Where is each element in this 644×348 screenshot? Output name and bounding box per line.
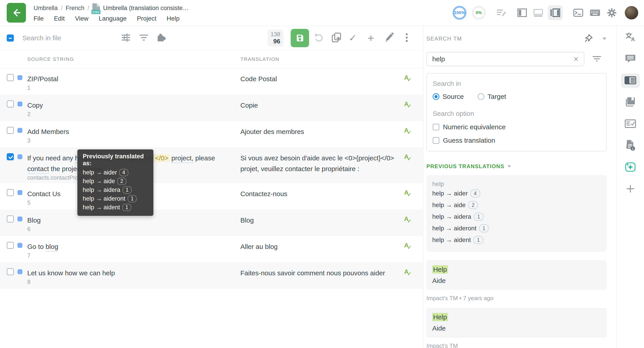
back-button[interactable] bbox=[7, 3, 26, 22]
table-row[interactable]: Let us know how we can help8Faites-nous … bbox=[0, 262, 423, 289]
search-in-file-input[interactable]: Search in file bbox=[22, 34, 61, 42]
sidebar-item-ai-assistant[interactable] bbox=[621, 160, 640, 175]
spellcheck-icon[interactable]: A✓ bbox=[404, 127, 412, 136]
spellcheck-icon[interactable]: A✓ bbox=[404, 242, 412, 250]
spellcheck-icon[interactable]: A✓ bbox=[404, 100, 412, 109]
save-button[interactable] bbox=[291, 29, 309, 47]
copy-source-icon[interactable] bbox=[331, 32, 342, 44]
concordance-item[interactable]: help → aidera1 bbox=[432, 211, 601, 222]
layout-bottom-icon[interactable] bbox=[533, 8, 544, 18]
edit-icon[interactable] bbox=[384, 32, 394, 44]
menu-view[interactable]: View bbox=[75, 15, 88, 22]
translation-string[interactable]: Si vous avez besoin d'aide avec le <0>{p… bbox=[240, 153, 408, 174]
filter-icon[interactable] bbox=[139, 33, 148, 43]
table-row[interactable]: Copy2CopieA✓ bbox=[0, 94, 423, 121]
source-string[interactable]: Copy bbox=[27, 100, 226, 111]
translated-progress-ring[interactable]: 100% bbox=[452, 6, 466, 20]
sidebar-item-translate[interactable]: A bbox=[621, 30, 640, 44]
table-row[interactable]: Add Members3Ajouter des membresA✓ bbox=[0, 121, 423, 148]
sidebar-item-glossary[interactable] bbox=[621, 95, 640, 110]
puzzle-icon[interactable] bbox=[156, 32, 166, 44]
spellcheck-icon[interactable]: A✓ bbox=[404, 74, 412, 83]
spellcheck-icon[interactable]: A✓ bbox=[404, 216, 412, 224]
checkbox-numeric-equivalence[interactable] bbox=[433, 124, 440, 130]
row-checkbox[interactable] bbox=[7, 216, 14, 222]
sidebar-item-file-context[interactable]: i bbox=[621, 139, 640, 153]
translation-string[interactable]: Code Postal bbox=[240, 74, 408, 84]
concordance-item[interactable]: help → aideront1 bbox=[432, 222, 601, 234]
translation-string[interactable]: Blog bbox=[240, 215, 408, 226]
clear-search-icon[interactable]: × bbox=[574, 55, 578, 63]
spellcheck-icon[interactable]: A✓ bbox=[404, 189, 412, 198]
layout-right-icon[interactable] bbox=[548, 5, 562, 20]
approve-check-icon[interactable]: ✓ bbox=[349, 33, 357, 43]
menu-project[interactable]: Project bbox=[137, 15, 156, 22]
compose-icon[interactable] bbox=[496, 8, 507, 18]
row-checkbox[interactable] bbox=[7, 189, 14, 196]
more-menu-icon[interactable] bbox=[405, 32, 408, 44]
menu-help[interactable]: Help bbox=[166, 15, 180, 22]
sidebar-item-qa-checks[interactable] bbox=[621, 117, 640, 131]
table-row[interactable]: Blog6BlogA✓ bbox=[0, 210, 423, 236]
radio-source[interactable] bbox=[433, 93, 440, 100]
spellcheck-icon[interactable]: A✓ bbox=[404, 268, 412, 277]
select-all-checkbox[interactable] bbox=[7, 34, 14, 42]
translation-string[interactable]: Ajouter des membres bbox=[240, 126, 408, 137]
layout-left-icon[interactable] bbox=[517, 8, 527, 18]
row-checkbox[interactable] bbox=[7, 127, 14, 134]
table-row[interactable]: If you need any help with the <0>{projec… bbox=[0, 148, 423, 183]
source-string[interactable]: Blog bbox=[27, 215, 226, 226]
tm-filter-icon[interactable] bbox=[592, 54, 602, 64]
row-checkbox[interactable] bbox=[7, 242, 14, 249]
radio-target[interactable] bbox=[478, 93, 484, 100]
translation-string[interactable]: Contactez-nous bbox=[240, 188, 408, 199]
table-row[interactable]: Contact Us5Contactez-nousA✓ bbox=[0, 183, 423, 210]
sidebar-item-comments[interactable] bbox=[621, 52, 640, 66]
table-row[interactable]: Go to blog7Aller au blogA✓ bbox=[0, 236, 423, 262]
translation-string[interactable]: Aller au blog bbox=[240, 241, 408, 252]
concordance-item[interactable]: help → aident1 bbox=[432, 234, 601, 246]
source-string[interactable]: Go to blog bbox=[27, 241, 226, 252]
undo-icon[interactable] bbox=[314, 32, 324, 44]
string-counter: 138 96 bbox=[268, 30, 283, 46]
source-string[interactable]: ZIP/Postal bbox=[27, 74, 226, 84]
terminal-icon[interactable] bbox=[573, 8, 584, 18]
row-checkbox[interactable] bbox=[7, 268, 14, 275]
breadcrumb-project[interactable]: Umbrella bbox=[34, 5, 58, 12]
breadcrumb-language[interactable]: French bbox=[66, 5, 84, 12]
checkbox-guess-translation[interactable] bbox=[433, 137, 440, 144]
previous-translations-toggle[interactable]: PREVIOUS TRANSLATIONS bbox=[426, 163, 606, 170]
add-string-icon[interactable]: + bbox=[368, 32, 374, 44]
source-string[interactable]: Let us know how we can help bbox=[27, 268, 226, 278]
menu-language[interactable]: Language bbox=[99, 15, 127, 22]
concordance-item[interactable]: help → aide2 bbox=[432, 199, 601, 211]
tm-search-input[interactable]: help × bbox=[426, 52, 584, 66]
pin-icon[interactable] bbox=[584, 34, 593, 44]
approved-progress-ring[interactable]: 0% bbox=[472, 6, 486, 20]
keyboard-icon[interactable] bbox=[590, 8, 600, 18]
avatar[interactable] bbox=[625, 6, 638, 20]
sidebar-item-add-panel[interactable] bbox=[621, 182, 640, 196]
row-checkbox[interactable] bbox=[7, 74, 14, 81]
tm-result-card[interactable]: HelpAide bbox=[426, 308, 607, 338]
row-checkbox[interactable] bbox=[7, 153, 14, 160]
status-indicator bbox=[18, 216, 22, 222]
concordance-item[interactable]: help → aider4 bbox=[432, 188, 601, 199]
tm-result-card[interactable]: HelpAide bbox=[426, 260, 607, 290]
menu-file[interactable]: File bbox=[34, 15, 44, 22]
settings-sliders-icon[interactable] bbox=[121, 32, 131, 44]
table-row[interactable]: ZIP/Postal1Code PostalA✓ bbox=[0, 68, 423, 94]
row-checkbox[interactable] bbox=[7, 100, 14, 108]
translation-string[interactable]: Copie bbox=[240, 100, 408, 111]
panel-collapse-caret[interactable] bbox=[602, 38, 606, 40]
result-source: Help bbox=[432, 266, 601, 273]
spellcheck-icon[interactable]: A✓ bbox=[404, 153, 412, 162]
sidebar-item-search-tm[interactable] bbox=[621, 74, 640, 88]
previous-translations-tooltip: Previously translated as: help → aider4h… bbox=[77, 150, 154, 216]
menu-edit[interactable]: Edit bbox=[54, 15, 64, 22]
counter-position: 96 bbox=[270, 38, 280, 45]
source-string[interactable]: Add Members bbox=[27, 126, 226, 137]
translation-string[interactable]: Faites-nous savoir comment nous pouvons … bbox=[240, 268, 408, 278]
gear-icon[interactable] bbox=[606, 8, 617, 18]
breadcrumb-file-name[interactable]: Umbrella (translation consiste… bbox=[103, 5, 189, 12]
